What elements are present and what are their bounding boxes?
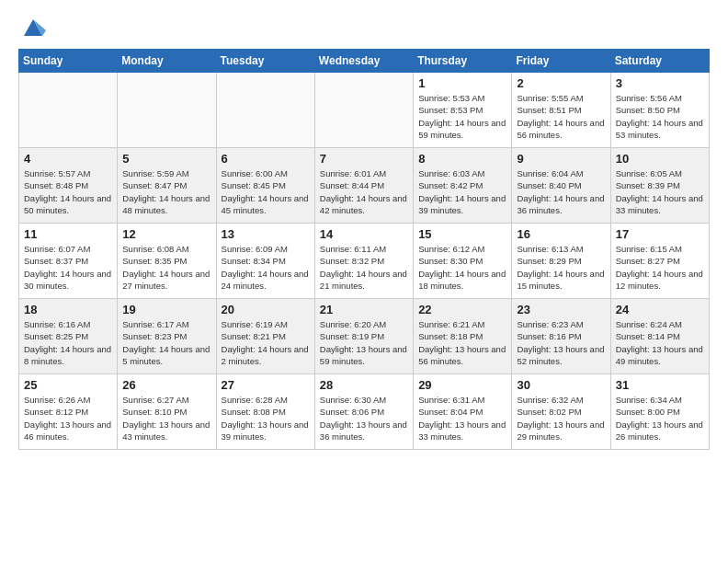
day-number: 11	[24, 227, 112, 241]
day-info: Sunrise: 6:24 AMSunset: 8:14 PMDaylight:…	[616, 318, 704, 367]
calendar-cell: 28Sunrise: 6:30 AMSunset: 8:06 PMDayligh…	[314, 374, 413, 450]
day-number: 22	[418, 303, 506, 316]
day-number: 18	[24, 303, 112, 316]
logo	[18, 14, 46, 40]
calendar-cell	[314, 73, 413, 148]
weekday-header-monday: Monday	[118, 50, 216, 73]
day-info: Sunrise: 6:23 AMSunset: 8:16 PMDaylight:…	[517, 318, 605, 367]
day-number: 24	[616, 303, 704, 316]
day-number: 23	[517, 303, 605, 316]
day-info: Sunrise: 6:12 AMSunset: 8:30 PMDaylight:…	[418, 243, 506, 292]
calendar-cell	[118, 73, 216, 148]
calendar-cell: 25Sunrise: 6:26 AMSunset: 8:12 PMDayligh…	[19, 374, 118, 450]
weekday-header-sunday: Sunday	[19, 50, 118, 73]
day-number: 30	[517, 378, 605, 392]
logo-icon	[20, 14, 46, 40]
weekday-header-thursday: Thursday	[414, 50, 512, 73]
day-number: 6	[222, 152, 310, 166]
day-number: 29	[418, 378, 506, 392]
day-number: 16	[517, 227, 605, 241]
day-info: Sunrise: 6:01 AMSunset: 8:44 PMDaylight:…	[320, 167, 408, 216]
day-number: 27	[222, 378, 310, 392]
day-info: Sunrise: 6:30 AMSunset: 8:06 PMDaylight:…	[320, 394, 408, 442]
day-info: Sunrise: 6:27 AMSunset: 8:10 PMDaylight:…	[122, 394, 210, 442]
calendar-cell: 16Sunrise: 6:13 AMSunset: 8:29 PMDayligh…	[512, 224, 610, 299]
day-info: Sunrise: 6:17 AMSunset: 8:23 PMDaylight:…	[122, 318, 210, 367]
page: SundayMondayTuesdayWednesdayThursdayFrid…	[0, 0, 728, 459]
header	[18, 14, 710, 40]
calendar-cell: 13Sunrise: 6:09 AMSunset: 8:34 PMDayligh…	[216, 224, 314, 299]
day-info: Sunrise: 6:08 AMSunset: 8:35 PMDaylight:…	[122, 243, 210, 292]
day-number: 5	[122, 152, 210, 166]
day-info: Sunrise: 6:05 AMSunset: 8:39 PMDaylight:…	[616, 167, 704, 216]
day-number: 15	[418, 227, 506, 241]
calendar-cell: 1Sunrise: 5:53 AMSunset: 8:53 PMDaylight…	[414, 73, 512, 148]
calendar-cell: 5Sunrise: 5:59 AMSunset: 8:47 PMDaylight…	[118, 148, 216, 224]
calendar-cell: 21Sunrise: 6:20 AMSunset: 8:19 PMDayligh…	[314, 299, 413, 374]
calendar-cell: 6Sunrise: 6:00 AMSunset: 8:45 PMDaylight…	[216, 148, 314, 224]
calendar-cell: 3Sunrise: 5:56 AMSunset: 8:50 PMDaylight…	[610, 73, 709, 148]
day-info: Sunrise: 6:31 AMSunset: 8:04 PMDaylight:…	[418, 394, 506, 442]
week-row-1: 1Sunrise: 5:53 AMSunset: 8:53 PMDaylight…	[19, 73, 710, 148]
day-number: 8	[418, 152, 506, 166]
day-info: Sunrise: 6:07 AMSunset: 8:37 PMDaylight:…	[24, 243, 112, 292]
day-info: Sunrise: 6:16 AMSunset: 8:25 PMDaylight:…	[24, 318, 112, 367]
calendar-cell: 24Sunrise: 6:24 AMSunset: 8:14 PMDayligh…	[610, 299, 709, 374]
calendar-cell: 29Sunrise: 6:31 AMSunset: 8:04 PMDayligh…	[414, 374, 512, 450]
day-number: 2	[517, 76, 605, 90]
week-row-4: 18Sunrise: 6:16 AMSunset: 8:25 PMDayligh…	[19, 299, 710, 374]
day-info: Sunrise: 5:53 AMSunset: 8:53 PMDaylight:…	[418, 92, 506, 141]
day-info: Sunrise: 6:15 AMSunset: 8:27 PMDaylight:…	[616, 243, 704, 292]
day-number: 20	[222, 303, 310, 316]
day-number: 3	[616, 76, 704, 90]
calendar-cell: 4Sunrise: 5:57 AMSunset: 8:48 PMDaylight…	[19, 148, 118, 224]
day-number: 14	[320, 227, 408, 241]
week-row-3: 11Sunrise: 6:07 AMSunset: 8:37 PMDayligh…	[19, 224, 710, 299]
calendar-cell: 27Sunrise: 6:28 AMSunset: 8:08 PMDayligh…	[216, 374, 314, 450]
calendar-cell: 2Sunrise: 5:55 AMSunset: 8:51 PMDaylight…	[512, 73, 610, 148]
calendar-cell: 23Sunrise: 6:23 AMSunset: 8:16 PMDayligh…	[512, 299, 610, 374]
day-info: Sunrise: 6:19 AMSunset: 8:21 PMDaylight:…	[222, 318, 310, 367]
calendar-cell	[19, 73, 118, 148]
day-info: Sunrise: 6:11 AMSunset: 8:32 PMDaylight:…	[320, 243, 408, 292]
day-number: 9	[517, 152, 605, 166]
day-info: Sunrise: 5:57 AMSunset: 8:48 PMDaylight:…	[24, 167, 112, 216]
day-info: Sunrise: 6:26 AMSunset: 8:12 PMDaylight:…	[24, 394, 112, 442]
day-number: 13	[222, 227, 310, 241]
calendar-cell: 30Sunrise: 6:32 AMSunset: 8:02 PMDayligh…	[512, 374, 610, 450]
day-info: Sunrise: 6:03 AMSunset: 8:42 PMDaylight:…	[418, 167, 506, 216]
weekday-header-tuesday: Tuesday	[216, 50, 314, 73]
day-number: 19	[122, 303, 210, 316]
day-info: Sunrise: 6:04 AMSunset: 8:40 PMDaylight:…	[517, 167, 605, 216]
day-info: Sunrise: 6:21 AMSunset: 8:18 PMDaylight:…	[418, 318, 506, 367]
day-number: 21	[320, 303, 408, 316]
day-number: 12	[122, 227, 210, 241]
day-info: Sunrise: 6:09 AMSunset: 8:34 PMDaylight:…	[222, 243, 310, 292]
calendar-cell: 18Sunrise: 6:16 AMSunset: 8:25 PMDayligh…	[19, 299, 118, 374]
weekday-header-row: SundayMondayTuesdayWednesdayThursdayFrid…	[19, 50, 710, 73]
calendar-cell: 11Sunrise: 6:07 AMSunset: 8:37 PMDayligh…	[19, 224, 118, 299]
calendar-cell: 26Sunrise: 6:27 AMSunset: 8:10 PMDayligh…	[118, 374, 216, 450]
day-info: Sunrise: 6:13 AMSunset: 8:29 PMDaylight:…	[517, 243, 605, 292]
weekday-header-friday: Friday	[512, 50, 610, 73]
day-number: 31	[616, 378, 704, 392]
day-number: 10	[616, 152, 704, 166]
calendar-cell: 12Sunrise: 6:08 AMSunset: 8:35 PMDayligh…	[118, 224, 216, 299]
calendar-cell: 14Sunrise: 6:11 AMSunset: 8:32 PMDayligh…	[314, 224, 413, 299]
day-number: 4	[24, 152, 112, 166]
day-number: 25	[24, 378, 112, 392]
calendar-cell: 9Sunrise: 6:04 AMSunset: 8:40 PMDaylight…	[512, 148, 610, 224]
week-row-2: 4Sunrise: 5:57 AMSunset: 8:48 PMDaylight…	[19, 148, 710, 224]
calendar-cell: 20Sunrise: 6:19 AMSunset: 8:21 PMDayligh…	[216, 299, 314, 374]
calendar-cell: 31Sunrise: 6:34 AMSunset: 8:00 PMDayligh…	[610, 374, 709, 450]
calendar-cell: 7Sunrise: 6:01 AMSunset: 8:44 PMDaylight…	[314, 148, 413, 224]
calendar-cell: 22Sunrise: 6:21 AMSunset: 8:18 PMDayligh…	[414, 299, 512, 374]
day-info: Sunrise: 6:20 AMSunset: 8:19 PMDaylight:…	[320, 318, 408, 367]
calendar-table: SundayMondayTuesdayWednesdayThursdayFrid…	[18, 49, 710, 450]
day-number: 26	[122, 378, 210, 392]
calendar-cell: 8Sunrise: 6:03 AMSunset: 8:42 PMDaylight…	[414, 148, 512, 224]
day-info: Sunrise: 6:00 AMSunset: 8:45 PMDaylight:…	[222, 167, 310, 216]
day-info: Sunrise: 6:34 AMSunset: 8:00 PMDaylight:…	[616, 394, 704, 442]
calendar-cell: 17Sunrise: 6:15 AMSunset: 8:27 PMDayligh…	[610, 224, 709, 299]
week-row-5: 25Sunrise: 6:26 AMSunset: 8:12 PMDayligh…	[19, 374, 710, 450]
